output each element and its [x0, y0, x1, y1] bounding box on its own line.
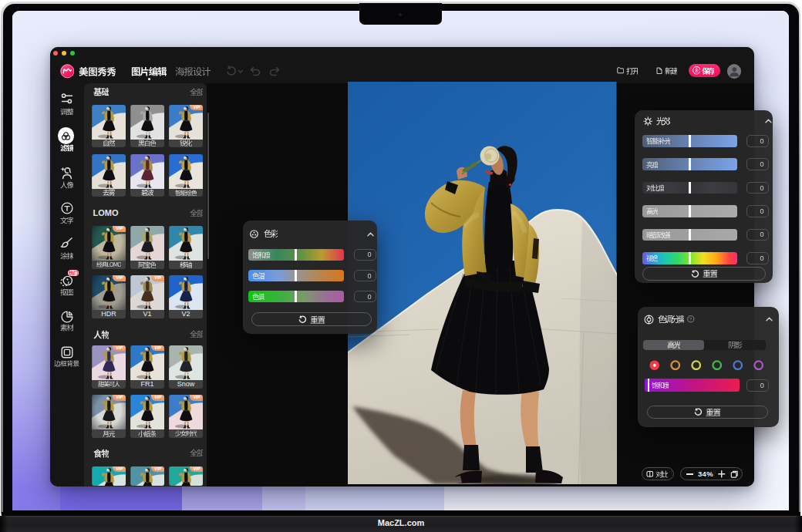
svg-text:?: ?	[689, 317, 692, 322]
